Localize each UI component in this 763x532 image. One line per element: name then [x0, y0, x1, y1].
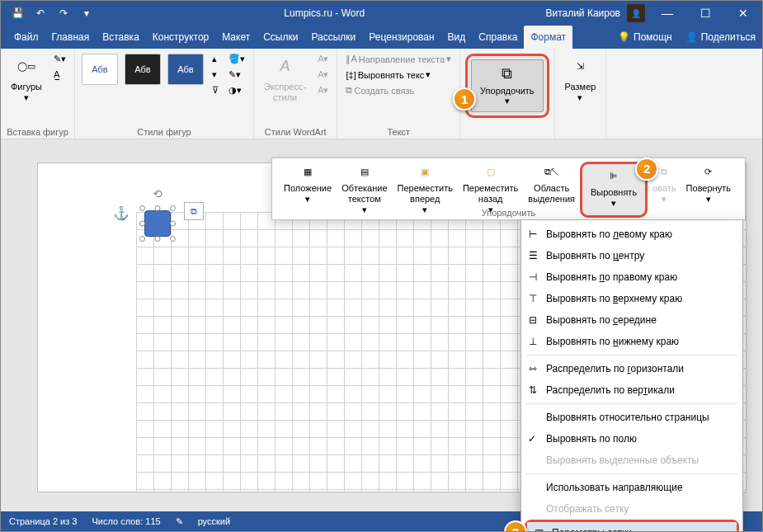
callout-badge-1: 1 [453, 87, 476, 111]
maximize-button[interactable]: ☐ [686, 1, 724, 26]
menu-distribute-h[interactable]: ⇿Распределить по горизонтали [521, 358, 742, 379]
style-gallery-more[interactable]: ⊽ [209, 83, 222, 97]
style-swatch-1[interactable]: Абв [82, 54, 118, 85]
shapes-icon: ◯▭ [13, 54, 40, 80]
tell-me-button[interactable]: 💡 Помощн [611, 26, 679, 49]
resize-handle[interactable] [155, 236, 161, 242]
avatar[interactable]: 👤 [627, 4, 645, 22]
menu-align-margin[interactable]: Выровнять по полю [521, 428, 742, 450]
menu-align-top[interactable]: ⊤Выровнять по верхнему краю [521, 288, 742, 309]
tab-references[interactable]: Ссылки [257, 26, 304, 49]
tab-help[interactable]: Справка [472, 26, 524, 49]
shapes-button[interactable]: ◯▭ Фигуры▾ [6, 52, 47, 105]
align-right-icon: ⊣ [526, 271, 539, 284]
wrap-text-button[interactable]: ▤ Обтекание текстом▾ [337, 162, 392, 218]
send-backward-icon: ▢ [479, 163, 502, 181]
status-proofing-icon[interactable]: ✎ [176, 516, 183, 527]
arrange-button[interactable]: ⧉ Упорядочить ▾ [471, 59, 543, 112]
tab-design[interactable]: Конструктор [146, 26, 215, 49]
group-label-wordart: Стили WordArt [259, 125, 332, 137]
redo-icon[interactable]: ↷ [54, 3, 73, 23]
status-language[interactable]: русский [198, 516, 230, 526]
text-fill-button[interactable]: A▾ [314, 52, 332, 66]
user-area[interactable]: Виталий Каиров 👤 [545, 4, 648, 22]
window-controls: — ☐ ✕ [648, 1, 762, 26]
resize-handle[interactable] [170, 236, 176, 242]
selected-shape[interactable]: ⟲ [139, 205, 176, 242]
menu-align-left[interactable]: ⊢Выровнять по левому краю [521, 224, 742, 245]
text-direction-button[interactable]: ‖A Направление текста ▾ [342, 52, 455, 66]
text-effects-button[interactable]: A▾ [314, 83, 332, 97]
status-page[interactable]: Страница 2 из 3 [9, 516, 77, 526]
align-text-button[interactable]: [‡] Выровнять текс ▾ [342, 68, 455, 82]
group-wordart-styles: A Экспресс- стили A▾ A▾ A▾ Стили WordArt [254, 49, 338, 139]
create-link-button[interactable]: ⧉ Создать связь [342, 83, 455, 97]
tab-view[interactable]: Вид [441, 26, 473, 49]
tab-review[interactable]: Рецензирован [362, 26, 440, 49]
tab-home[interactable]: Главная [45, 26, 97, 49]
menu-align-center[interactable]: ☰Выровнять по центру [521, 245, 742, 266]
shape-effects-button[interactable]: ◑▾ [225, 83, 248, 97]
resize-handle[interactable] [139, 205, 145, 211]
rotate-handle-icon[interactable]: ⟲ [153, 187, 162, 200]
position-icon: ▦ [296, 163, 319, 181]
resize-handle[interactable] [170, 205, 176, 211]
group-size: ⇲ Размер▾ [555, 49, 607, 139]
arrange-dropdown-panel: ▦ Положение▾ ▤ Обтекание текстом▾ ▣ Пере… [271, 158, 746, 220]
menu-use-guides[interactable]: Использовать направляющие [521, 477, 742, 498]
style-gallery-up[interactable]: ▴ [209, 52, 222, 66]
shape-rectangle[interactable] [144, 210, 171, 237]
menu-align-right[interactable]: ⊣Выровнять по правому краю [521, 266, 742, 288]
resize-handle[interactable] [139, 221, 145, 227]
save-icon[interactable]: 💾 [7, 3, 27, 23]
share-button[interactable]: 👤 Поделиться [679, 26, 762, 49]
wrap-icon: ▤ [353, 163, 376, 181]
wordart-quick-styles-button[interactable]: A Экспресс- стили [259, 52, 311, 105]
quick-access-toolbar: 💾 ↶ ↷ ▾ [1, 3, 103, 23]
tab-insert[interactable]: Вставка [96, 26, 146, 49]
menu-align-middle[interactable]: ⊟Выровнять по середине [521, 309, 742, 331]
tab-mailings[interactable]: Рассылки [304, 26, 362, 49]
rotate-icon: ⟳ [697, 163, 720, 181]
anchor-icon: ⚓ [113, 205, 130, 221]
qat-customize-icon[interactable]: ▾ [77, 3, 97, 23]
bring-forward-button[interactable]: ▣ Переместить вперед▾ [393, 162, 458, 218]
shape-fill-button[interactable]: 🪣▾ [225, 52, 248, 66]
menu-grid-params[interactable]: ▦Параметры сетки... [527, 522, 737, 532]
undo-icon[interactable]: ↶ [31, 3, 50, 23]
menu-distribute-v[interactable]: ⇅Распределить по вертикали [521, 379, 742, 401]
shape-outline-button[interactable]: ✎▾ [225, 68, 248, 82]
resize-handle[interactable] [170, 221, 176, 227]
arrange-button-highlight: ⧉ Упорядочить ▾ 1 [465, 54, 549, 118]
style-swatch-3[interactable]: Абв [167, 54, 204, 85]
minimize-button[interactable]: — [648, 1, 686, 26]
close-button[interactable]: ✕ [724, 1, 762, 26]
text-outline-button[interactable]: A▾ [314, 68, 332, 82]
arrange-panel-label: Упорядочить [482, 208, 535, 218]
style-swatch-2[interactable]: Абв [125, 54, 161, 85]
style-gallery-down[interactable]: ▾ [209, 68, 222, 82]
group-label-text: Текст [342, 125, 455, 137]
layout-options-button[interactable]: ⧉ [184, 202, 204, 220]
align-button-highlight: ⊫ Выровнять▾ 2 [580, 162, 648, 218]
status-word-count[interactable]: Число слов: 115 [92, 516, 160, 526]
group-label-insert-shapes: Вставка фигур [6, 125, 69, 137]
edit-shape-button[interactable]: ✎▾ [50, 52, 69, 66]
align-top-icon: ⊤ [526, 292, 539, 305]
group-insert-shapes: ◯▭ Фигуры▾ ✎▾ A̲ Вставка фигур [1, 49, 75, 139]
tab-layout[interactable]: Макет [215, 26, 257, 49]
resize-handle[interactable] [155, 205, 161, 211]
menu-align-bottom[interactable]: ⊥Выровнять по нижнему краю [521, 331, 742, 352]
align-button[interactable]: ⊫ Выровнять▾ [587, 166, 640, 210]
text-box-button[interactable]: A̲ [50, 68, 69, 82]
selection-pane-icon: ⧉↖ [540, 163, 563, 181]
position-button[interactable]: ▦ Положение▾ [279, 162, 337, 218]
menu-align-page[interactable]: Выровнять относительно страницы [521, 407, 742, 428]
resize-handle[interactable] [139, 236, 145, 242]
menu-show-grid: Отображать сетку [521, 498, 742, 520]
rotate-button[interactable]: ⟳ Повернуть▾ [681, 162, 736, 218]
size-button[interactable]: ⇲ Размер▾ [560, 52, 601, 105]
tab-file[interactable]: Файл [7, 26, 45, 49]
tab-format[interactable]: Формат [524, 26, 572, 49]
group-arrange: ⧉ Упорядочить ▾ 1 [460, 49, 554, 139]
